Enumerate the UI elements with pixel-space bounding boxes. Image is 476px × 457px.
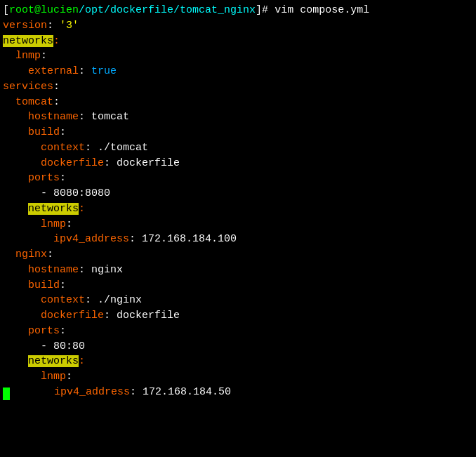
val-port-tomcat: - 8080:8080	[41, 187, 110, 199]
prompt-hash: #	[262, 4, 268, 16]
line-dockerfile-nginx: dockerfile: dockerfile	[0, 308, 476, 324]
line-services: services:	[0, 79, 476, 95]
key-ports-tomcat: ports	[28, 172, 60, 184]
key-nginx-svc: nginx	[15, 249, 47, 260]
line-nginx-svc: nginx:	[0, 247, 476, 263]
key-lnmp-nginx: lnmp	[41, 371, 66, 383]
val-hostname-nginx: nginx	[91, 264, 123, 276]
key-hostname-tomcat: hostname	[28, 111, 79, 123]
line-hostname-nginx: hostname: nginx	[0, 263, 476, 278]
key-dockerfile-tomcat: dockerfile	[41, 157, 104, 169]
key-ports-nginx: ports	[28, 325, 60, 337]
prompt-path: /opt/dockerfile/tomcat_nginx	[79, 4, 256, 16]
key-ipv4-nginx: ipv4_address	[54, 386, 130, 398]
key-build-nginx: build	[28, 279, 60, 291]
line-lnmp-top: lnmp:	[0, 48, 476, 64]
val-hostname-tomcat: tomcat	[91, 111, 129, 123]
line-port-tomcat-val: - 8080:8080	[0, 186, 476, 201]
prompt-line: [root@lucien/opt/dockerfile/tomcat_nginx…	[0, 3, 476, 18]
line-build-tomcat: build:	[0, 125, 476, 140]
cursor	[3, 388, 10, 400]
bracket-open: [	[3, 4, 9, 16]
line-ports-nginx: ports:	[0, 324, 476, 339]
line-tomcat-svc: tomcat:	[0, 95, 476, 110]
key-hostname-nginx: hostname	[28, 264, 79, 276]
highlight-networks-top: networks	[3, 35, 53, 47]
colon-networks-nginx: :	[79, 355, 85, 367]
line-build-nginx: build:	[0, 278, 476, 293]
line-ports-tomcat: ports:	[0, 171, 476, 186]
prompt-command: vim compose.yml	[268, 4, 369, 16]
val-ipv4-nginx: 172.168.184.50	[143, 386, 231, 398]
key-services: services	[3, 81, 53, 93]
key-lnmp-top: lnmp	[15, 50, 41, 62]
line-ipv4-nginx: ipv4_address: 172.168.184.50	[0, 385, 476, 400]
key-build-tomcat: build	[28, 126, 60, 138]
highlight-networks-tomcat: networks	[28, 203, 79, 215]
key-tomcat-svc: tomcat	[15, 96, 53, 108]
line-networks-top: networks:	[0, 34, 476, 49]
bracket-close: ]	[256, 4, 262, 16]
terminal-window: [root@lucien/opt/dockerfile/tomcat_nginx…	[0, 0, 476, 457]
key-ipv4-tomcat: ipv4_address	[53, 233, 129, 245]
key-context-tomcat: context	[41, 142, 85, 154]
highlight-networks-nginx: networks	[28, 355, 79, 367]
line-ipv4-tomcat: ipv4_address: 172.168.184.100	[0, 232, 476, 247]
val-context-tomcat: ./tomcat	[98, 142, 148, 154]
line-external: external: true	[0, 64, 476, 79]
val-ipv4-tomcat: 172.168.184.100	[142, 233, 237, 245]
val-version: '3'	[60, 20, 79, 32]
line-networks-nginx: networks:	[0, 354, 476, 369]
val-port-nginx: - 80:80	[41, 340, 85, 352]
colon-networks-top: :	[53, 35, 60, 47]
line-dockerfile-tomcat: dockerfile: dockerfile	[0, 156, 476, 171]
line-lnmp-nginx: lnmp:	[0, 369, 476, 385]
colon-networks-tomcat: :	[79, 203, 85, 215]
line-networks-tomcat: networks:	[0, 201, 476, 217]
key-lnmp-tomcat: lnmp	[41, 218, 66, 230]
line-hostname-tomcat: hostname: tomcat	[0, 110, 476, 125]
line-lnmp-tomcat: lnmp:	[0, 217, 476, 232]
line-context-nginx: context: ./nginx	[0, 293, 476, 308]
prompt-user: root@lucien	[9, 4, 79, 16]
line-version: version: '3'	[0, 18, 476, 34]
key-dockerfile-nginx: dockerfile	[41, 310, 104, 322]
val-dockerfile-tomcat: dockerfile	[117, 157, 180, 169]
key-version: version	[3, 20, 47, 32]
val-context-nginx: ./nginx	[98, 294, 142, 306]
line-context-tomcat: context: ./tomcat	[0, 140, 476, 156]
val-external: true	[91, 65, 117, 77]
val-dockerfile-nginx: dockerfile	[117, 310, 180, 322]
line-port-nginx-val: - 80:80	[0, 339, 476, 355]
key-context-nginx: context	[41, 294, 85, 306]
key-external: external	[28, 65, 79, 77]
